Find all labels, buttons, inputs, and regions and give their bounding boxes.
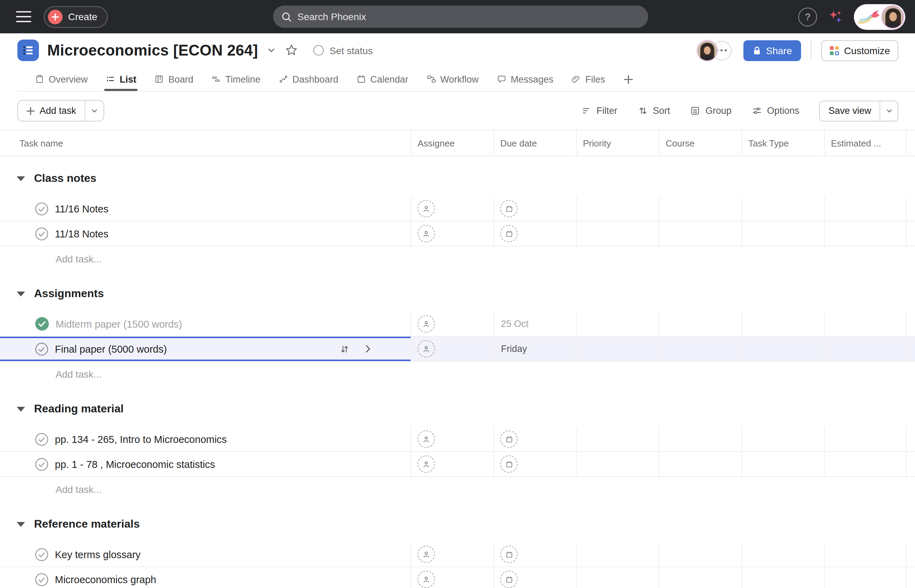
estimated-cell[interactable] [825,567,907,588]
due-date-cell[interactable] [494,567,577,588]
check-circle-completed-icon[interactable] [35,317,49,331]
estimated-cell[interactable] [825,427,907,451]
estimated-cell[interactable] [825,542,907,567]
task-row[interactable]: 11/18 Notes [0,221,915,246]
tab-timeline[interactable]: Timeline [212,67,261,91]
estimated-cell[interactable] [825,452,907,476]
estimated-cell[interactable] [825,197,907,221]
check-circle-icon[interactable] [35,227,49,241]
add-view-tab-button[interactable] [623,74,633,84]
course-cell[interactable] [659,427,742,451]
task-type-cell[interactable] [742,221,825,246]
task-type-cell[interactable] [742,452,825,476]
tab-calendar[interactable]: Calendar [356,67,408,91]
filter-button[interactable]: Filter [581,105,617,116]
column-header-estimated[interactable]: Estimated ... [825,131,907,155]
task-row[interactable]: pp. 134 - 265, Intro to Microeconomics [0,427,915,452]
task-row[interactable]: Midterm paper (1500 words) 25 Oct [0,312,915,337]
check-circle-icon[interactable] [35,202,49,216]
course-cell[interactable] [659,542,742,567]
priority-cell[interactable] [577,567,659,588]
assignee-cell[interactable] [411,337,494,361]
add-task-inline[interactable]: Add task... [0,246,915,271]
task-row[interactable]: Microeconomics graph [0,567,915,588]
priority-cell[interactable] [577,542,659,567]
task-row[interactable]: Key terms glossary [0,542,915,567]
task-type-cell[interactable] [742,427,825,451]
assignee-cell[interactable] [411,567,494,588]
save-view-dropdown-button[interactable] [880,101,898,120]
priority-cell[interactable] [577,337,659,361]
due-date-cell[interactable] [494,542,577,567]
chevron-down-icon[interactable] [267,46,276,55]
task-row[interactable]: 11/16 Notes [0,197,915,221]
create-button[interactable]: Create [44,6,108,27]
course-cell[interactable] [659,221,742,246]
assignee-cell[interactable] [411,221,494,246]
tab-workflow[interactable]: Workflow [426,67,479,91]
tab-list[interactable]: List [106,67,136,91]
options-button[interactable]: Options [752,105,799,116]
account-menu-button[interactable] [854,4,905,29]
priority-cell[interactable] [577,312,659,336]
swap-vertical-icon[interactable] [339,343,350,354]
sort-button[interactable]: Sort [637,105,670,116]
assignee-cell[interactable] [411,452,494,476]
course-cell[interactable] [659,337,742,361]
task-row-selected[interactable]: Final paper (5000 words) Friday [0,337,915,362]
course-cell[interactable] [659,312,742,336]
sparkles-icon[interactable] [828,9,844,25]
hamburger-menu-icon[interactable] [10,5,37,29]
share-button[interactable]: Share [743,40,801,61]
column-header-due-date[interactable]: Due date [494,131,577,155]
chevron-right-icon[interactable] [363,344,372,353]
set-status-button[interactable]: Set status [314,45,373,56]
assignee-cell[interactable] [411,197,494,221]
group-button[interactable]: Group [690,105,732,116]
due-date-cell[interactable] [494,427,577,451]
section-collapse-triangle-icon[interactable] [17,407,25,411]
due-date-cell[interactable] [494,197,577,221]
due-date-cell[interactable] [494,221,577,246]
due-date-cell[interactable]: 25 Oct [494,312,577,336]
priority-cell[interactable] [577,452,659,476]
column-header-task-name[interactable]: Task name [0,131,411,155]
task-type-cell[interactable] [742,197,825,221]
add-task-inline[interactable]: Add task... [0,477,915,502]
check-circle-icon[interactable] [35,432,49,446]
add-task-button[interactable]: Add task [18,101,84,121]
priority-cell[interactable] [577,197,659,221]
tab-dashboard[interactable]: Dashboard [279,67,338,91]
column-header-course[interactable]: Course [659,131,742,155]
assignee-cell[interactable] [411,427,494,451]
check-circle-icon[interactable] [35,457,49,471]
assignee-cell[interactable] [411,542,494,567]
member-avatar[interactable] [697,40,717,60]
search-input[interactable]: Search Phoenix [273,6,648,28]
section-collapse-triangle-icon[interactable] [17,522,25,527]
section-collapse-triangle-icon[interactable] [17,176,25,181]
check-circle-icon[interactable] [35,572,49,586]
course-cell[interactable] [659,197,742,221]
add-task-dropdown-button[interactable] [85,101,103,121]
customize-button[interactable]: Customize [821,40,898,61]
task-type-cell[interactable] [742,312,825,336]
help-button[interactable]: ? [798,7,817,26]
column-header-task-type[interactable]: Task Type [742,131,825,155]
assignee-cell[interactable] [411,312,494,336]
tab-files[interactable]: Files [572,67,605,91]
task-type-cell[interactable] [742,542,825,567]
due-date-cell[interactable] [494,452,577,476]
estimated-cell[interactable] [825,337,907,361]
check-circle-icon[interactable] [35,342,49,356]
column-header-assignee[interactable]: Assignee [411,131,494,155]
tab-board[interactable]: Board [155,67,193,91]
task-type-cell[interactable] [742,567,825,588]
priority-cell[interactable] [577,427,659,451]
task-row[interactable]: pp. 1 - 78 , Microeconomic statistics [0,452,915,477]
course-cell[interactable] [659,567,742,588]
tab-overview[interactable]: Overview [35,67,88,91]
save-view-button[interactable]: Save view [820,101,879,120]
priority-cell[interactable] [577,221,659,246]
check-circle-icon[interactable] [35,548,49,561]
